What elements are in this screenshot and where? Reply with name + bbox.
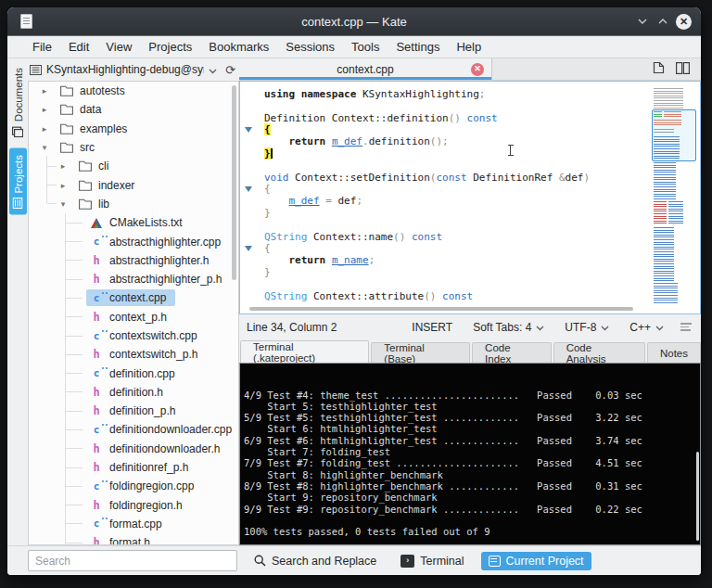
terminal-icon: › [400, 555, 414, 568]
code-line[interactable]: m_def = def; [264, 196, 648, 208]
tree-item-context.cpp[interactable]: ccontext.cpp [29, 288, 238, 307]
split-view-icon[interactable] [676, 61, 690, 78]
code-line[interactable]: return m_def.definition(); [264, 136, 648, 148]
menu-settings[interactable]: Settings [388, 40, 448, 54]
syntax-mode-selector[interactable]: C++ [629, 321, 664, 334]
terminal-output[interactable]: 4/9 Test #4: theme_test ................… [239, 363, 701, 545]
titlebar[interactable]: context.cpp — Kate ✕ [7, 7, 701, 35]
tree-item-format.h[interactable]: hformat.h [29, 533, 238, 545]
panel-tab-terminal-base-[interactable]: Terminal (Base) [371, 342, 470, 363]
folder-icon [79, 179, 92, 191]
folder-icon [79, 160, 92, 173]
panel-tab-notes[interactable]: Notes [647, 342, 701, 363]
tree-item-abstracthighlighter.cpp[interactable]: cabstracthighlighter.cpp [29, 232, 238, 250]
tree-item-definition.cpp[interactable]: cdefinition.cpp [29, 364, 238, 382]
menu-bookmarks[interactable]: Bookmarks [200, 40, 277, 54]
tree-item-format.cpp[interactable]: cformat.cpp [29, 515, 238, 533]
file-icon-h: h [90, 537, 103, 545]
minimap-scrollbar[interactable] [652, 83, 696, 306]
code-line[interactable]: } [264, 267, 648, 279]
cursor-position[interactable]: Line 34, Column 2 [247, 321, 337, 334]
minimize-button[interactable] [635, 14, 650, 29]
collapse-arrow-icon[interactable]: ▾ [40, 143, 49, 152]
tab-width-selector[interactable]: Soft Tabs: 4 [473, 321, 544, 334]
collapse-arrow-icon[interactable]: ▾ [58, 199, 68, 209]
new-document-icon[interactable] [653, 61, 665, 78]
code-line[interactable]: QString Context::attribute() const [264, 291, 648, 303]
tree-item-src[interactable]: ▾src [29, 138, 238, 157]
tree-item-label: definitionref_p.h [109, 461, 188, 474]
code-line[interactable]: Definition Context::definition() const [264, 113, 648, 125]
tab-label: context.cpp [337, 63, 393, 76]
toolview-search-replace-button[interactable]: Search and Replace [247, 552, 384, 570]
tree-item-definition.h[interactable]: hdefinition.h [29, 383, 238, 402]
tree-item-contextswitch_p.h[interactable]: hcontextswitch_p.h [29, 345, 238, 364]
panel-tab-code-index[interactable]: Code Index [472, 342, 552, 363]
toolview-current-project-button[interactable]: Current Project [481, 552, 591, 570]
expand-arrow-icon[interactable]: ▸ [58, 161, 68, 171]
expand-arrow-icon[interactable]: ▸ [40, 124, 49, 134]
fold-arrow-icon[interactable] [245, 127, 252, 133]
word-wrap-icon[interactable] [680, 323, 692, 331]
tree-item-contextswitch.cpp[interactable]: ccontextswitch.cpp [29, 326, 238, 345]
menu-file[interactable]: File [24, 40, 60, 54]
tab-close-icon[interactable]: ✕ [471, 63, 484, 76]
toolview-tab-projects[interactable]: Projects [9, 148, 27, 215]
menu-projects[interactable]: Projects [140, 40, 200, 54]
tree-item-examples[interactable]: ▸examples [29, 120, 238, 138]
tree-item-autotests[interactable]: ▸autotests [29, 82, 238, 100]
file-icon-h: h [90, 499, 103, 511]
file-icon-h: h [90, 386, 103, 398]
tab-context-cpp[interactable]: context.cpp ✕ [239, 58, 492, 80]
tree-item-cli[interactable]: ▸cli [29, 157, 238, 175]
reload-icon[interactable]: ⟳ [225, 64, 235, 76]
code-line[interactable]: QString Context::name() const [264, 232, 648, 244]
tree-item-foldingregion.cpp[interactable]: cfoldingregion.cpp [29, 477, 238, 495]
panel-tab-terminal-kateproject-[interactable]: Terminal (.kateproject) [240, 340, 369, 363]
tree-item-definitiondownloader.cpp[interactable]: cdefinitiondownloader.cpp [29, 420, 238, 439]
panel-tab-code-analysis[interactable]: Code Analysis [553, 342, 645, 363]
tree-item-foldingregion.h[interactable]: hfoldingregion.h [29, 496, 238, 515]
encoding-selector[interactable]: UTF-8 [565, 321, 609, 334]
tree-item-indexer[interactable]: ▸indexer [29, 175, 238, 194]
tree-item-lib[interactable]: ▾lib [29, 195, 238, 213]
terminal-scrollbar[interactable] [696, 452, 699, 541]
menu-edit[interactable]: Edit [60, 40, 97, 54]
fold-arrow-icon[interactable] [245, 186, 252, 192]
expand-arrow-icon[interactable]: ▸ [40, 86, 49, 96]
code-line[interactable]: using namespace KSyntaxHighlighting; [264, 89, 648, 101]
code-line[interactable]: } [264, 208, 648, 220]
tree-item-context_p.h[interactable]: hcontext_p.h [29, 308, 238, 326]
file-filter-input[interactable] [28, 550, 237, 571]
tree-item-definitiondownloader.h[interactable]: hdefinitiondownloader.h [29, 440, 238, 458]
fold-arrow-icon[interactable] [245, 246, 252, 251]
tree-scrollbar[interactable] [232, 85, 236, 280]
code-area[interactable]: using namespace KSyntaxHighlighting;Defi… [240, 82, 648, 313]
maximize-button[interactable] [655, 14, 670, 29]
code-editor[interactable]: using namespace KSyntaxHighlighting;Defi… [239, 81, 701, 314]
toolview-tab-label: Documents [13, 68, 24, 121]
tree-item-definitionref_p.h[interactable]: hdefinitionref_p.h [29, 458, 238, 477]
project-selector[interactable]: KSyntaxHighlighting-debug@synt… ⟳ [28, 58, 239, 81]
tree-item-CMakeLists.txt[interactable]: CMakeLists.txt [29, 213, 238, 232]
tree-item-data[interactable]: ▸data [29, 100, 238, 119]
code-line[interactable]: } [264, 148, 648, 160]
menu-help[interactable]: Help [448, 40, 490, 54]
toolview-tab-documents[interactable]: Documents [9, 61, 27, 144]
menu-tools[interactable]: Tools [343, 40, 388, 54]
menu-sessions[interactable]: Sessions [277, 40, 343, 54]
minimap-viewport[interactable] [652, 109, 696, 161]
input-mode[interactable]: INSERT [412, 321, 452, 334]
expand-arrow-icon[interactable]: ▸ [40, 105, 49, 114]
tree-item-abstracthighlighter_p.h[interactable]: habstracthighlighter_p.h [29, 270, 238, 288]
toolview-terminal-button[interactable]: › Terminal [393, 552, 471, 570]
code-line[interactable]: return m_name; [264, 255, 648, 267]
tree-item-definition_p.h[interactable]: hdefinition_p.h [29, 402, 238, 420]
code-line[interactable]: void Context::setDefinition(const Defini… [264, 173, 648, 185]
projects-panel: KSyntaxHighlighting-debug@synt… ⟳ ▸autot… [28, 58, 239, 545]
tree-item-abstracthighlighter.h[interactable]: habstracthighlighter.h [29, 251, 238, 270]
close-button[interactable]: ✕ [676, 14, 692, 30]
horizontal-scrollbar[interactable] [249, 307, 633, 311]
expand-arrow-icon[interactable]: ▸ [58, 181, 68, 190]
menu-view[interactable]: View [97, 40, 140, 54]
